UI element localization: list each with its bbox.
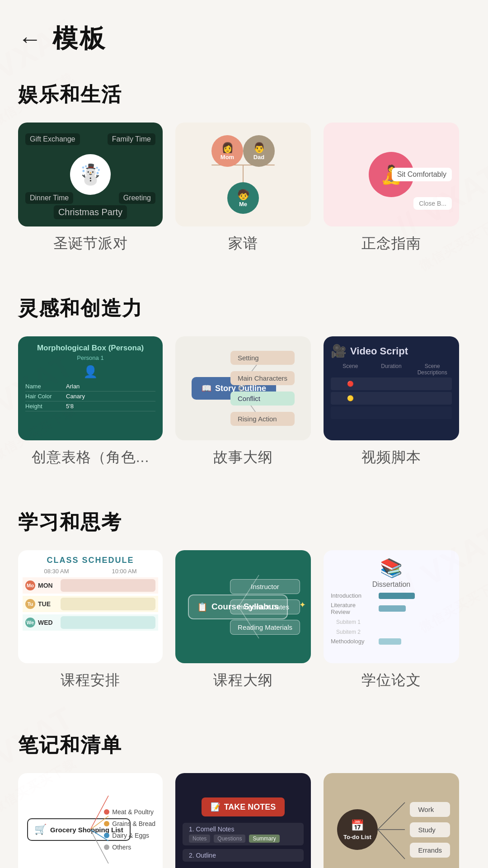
svg-line-13 (378, 830, 405, 859)
template-card-mindfulness[interactable]: 🧘 Sit Comfortably Close B... 正念指南 (324, 123, 459, 254)
section-study-title: 学习和思考 (18, 509, 470, 536)
syllabus-leaf-reading: Reading Materials (230, 620, 300, 635)
todo-center-icon: 📅 To-do List (337, 809, 378, 850)
morph-sub: Persona 1 (25, 354, 155, 361)
dissertation-thumb: 📚 Dissertation Introduction Literature R… (324, 550, 459, 663)
mindfulness-card-label: 正念指南 (361, 234, 421, 254)
section-inspiration-title: 灵感和创造力 (18, 295, 470, 322)
template-card-morph[interactable]: Morphological Box (Persona) Persona 1 👤 … (18, 336, 163, 467)
story-leaf-conflict: Conflict (230, 392, 295, 406)
template-card-todo[interactable]: 📅 To-do List Work Study Errands (324, 773, 459, 868)
family-mom-node: 👩 Mom (211, 135, 243, 167)
family-dad-node: 👨 Dad (243, 135, 275, 167)
svg-line-11 (378, 802, 405, 830)
section-inspiration: 灵感和创造力 Morphological Box (Persona) Perso… (0, 281, 488, 476)
notes-row: 🛒 Grocery Shopping List Meat & Poultry (18, 773, 470, 868)
christmas-gift-label: Gift Exchange (25, 133, 80, 145)
mindfulness-thumb: 🧘 Sit Comfortably Close B... (324, 123, 459, 226)
section-entertainment-title: 娱乐和生活 (18, 81, 470, 108)
morph-card-label: 创意表格（角色... (32, 448, 150, 467)
video-thumb: 🎥 Video Script Scene Duration Scene Desc… (324, 336, 459, 440)
section-entertainment: 娱乐和生活 Gift Exchange Family Time ☃️ Dinne… (0, 67, 488, 263)
back-button[interactable]: ← (18, 27, 42, 51)
christmas-greeting-label: Greeting (119, 192, 155, 204)
morph-title: Morphological Box (Persona) (25, 344, 155, 353)
christmas-thumb: Gift Exchange Family Time ☃️ Dinner Time… (18, 123, 163, 226)
inspiration-row: Morphological Box (Persona) Persona 1 👤 … (18, 336, 470, 476)
sched-dot-tue: Tu (25, 599, 35, 609)
template-card-video[interactable]: 🎥 Video Script Scene Duration Scene Desc… (324, 336, 459, 467)
christmas-party-label: Christmas Party (54, 205, 127, 219)
notes-item-cornell: 1. Cornell Notes Notes Questions Summary (183, 823, 304, 845)
section-study: 学习和思考 CLASS SCHEDULE 08:30 AM 10:00 AM M… (0, 495, 488, 699)
section-notes: 笔记和清单 🛒 Grocery Shopping List (0, 717, 488, 868)
template-card-schedule[interactable]: CLASS SCHEDULE 08:30 AM 10:00 AM Mo MON … (18, 550, 163, 690)
todo-leaf-study: Study (410, 822, 450, 837)
entertainment-row: Gift Exchange Family Time ☃️ Dinner Time… (18, 123, 470, 263)
grocery-thumb: 🛒 Grocery Shopping List Meat & Poultry (18, 773, 163, 868)
sched-dot-mon: Mo (25, 580, 35, 590)
page-title: 模板 (52, 22, 107, 56)
christmas-icon: ☃️ (70, 154, 111, 195)
todo-leaf-work: Work (410, 802, 450, 817)
todo-thumb: 📅 To-do List Work Study Errands (324, 773, 459, 868)
family-tree-thumb: 👩 Mom 👨 Dad 🧒 Me (175, 123, 311, 226)
video-card-label: 视频脚本 (361, 448, 421, 467)
christmas-family-label: Family Time (108, 133, 155, 145)
story-thumb: 📖 Story Outline Setting Main Characters … (175, 336, 311, 440)
template-card-story[interactable]: 📖 Story Outline Setting Main Characters … (175, 336, 311, 467)
take-notes-header: 📝 TAKE NOTES (202, 797, 285, 816)
story-leaf-chars: Main Characters (230, 371, 295, 385)
schedule-thumb: CLASS SCHEDULE 08:30 AM 10:00 AM Mo MON … (18, 550, 163, 663)
section-notes-title: 笔记和清单 (18, 732, 470, 759)
template-card-take-notes[interactable]: 📝 TAKE NOTES 1. Cornell Notes Notes Ques… (175, 773, 311, 868)
template-card-dissertation[interactable]: 📚 Dissertation Introduction Literature R… (324, 550, 459, 690)
schedule-card-label: 课程安排 (61, 670, 120, 690)
story-card-label: 故事大纲 (213, 448, 273, 467)
family-tree-card-label: 家谱 (228, 234, 258, 254)
template-card-grocery[interactable]: 🛒 Grocery Shopping List Meat & Poultry (18, 773, 163, 868)
story-leaf-setting: Setting (230, 351, 295, 365)
christmas-dinner-label: Dinner Time (25, 192, 73, 204)
syllabus-card-label: 课程大纲 (213, 670, 273, 690)
notes-item-outline: 2. Outline (183, 849, 304, 862)
family-me-node: 🧒 Me (227, 182, 259, 214)
template-card-family-tree[interactable]: 👩 Mom 👨 Dad 🧒 Me 家谱 (175, 123, 311, 254)
syllabus-thumb: 📋 Course Syllabus Instructor Important D… (175, 550, 311, 663)
dissertation-card-label: 学位论文 (361, 670, 421, 690)
meditation-label1: Sit Comfortably (392, 168, 452, 181)
sched-dot-wed: We (25, 618, 35, 627)
story-leaf-rising: Rising Action (230, 412, 295, 426)
syllabus-leaf-instructor: Instructor (230, 579, 300, 594)
christmas-card-label: 圣诞节派对 (53, 234, 128, 254)
meditation-label2: Close B... (413, 197, 452, 210)
todo-leaf-errands: Errands (410, 843, 450, 858)
take-notes-thumb: 📝 TAKE NOTES 1. Cornell Notes Notes Ques… (175, 773, 311, 868)
page-header: ← 模板 (0, 0, 488, 67)
study-row: CLASS SCHEDULE 08:30 AM 10:00 AM Mo MON … (18, 550, 470, 699)
template-card-christmas[interactable]: Gift Exchange Family Time ☃️ Dinner Time… (18, 123, 163, 254)
template-card-syllabus[interactable]: 📋 Course Syllabus Instructor Important D… (175, 550, 311, 690)
syllabus-leaf-dates: Important Dates ✦ (230, 599, 300, 614)
morph-thumb: Morphological Box (Persona) Persona 1 👤 … (18, 336, 163, 440)
